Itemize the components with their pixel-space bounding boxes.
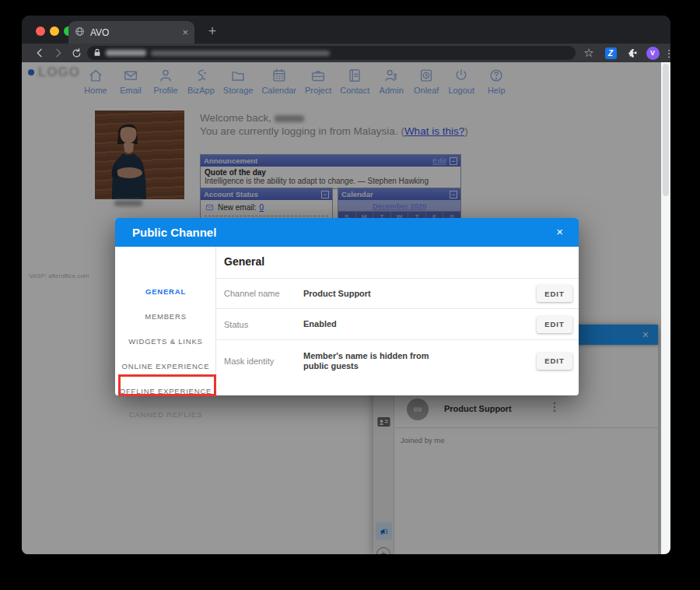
- setting-label: Status: [216, 320, 303, 329]
- modal-header: Public Channel ×: [115, 218, 579, 247]
- edit-status-button[interactable]: EDIT: [537, 316, 572, 333]
- extensions-puzzle-icon[interactable]: [624, 44, 641, 61]
- edit-channel-name-button[interactable]: EDIT: [537, 285, 572, 302]
- modal-close-icon[interactable]: ×: [556, 225, 563, 238]
- annotation-highlight-box: [118, 374, 216, 396]
- tab-canned-replies[interactable]: CANNED REPLIES: [115, 402, 216, 426]
- tab-widgets-links[interactable]: WIDGETS & LINKS: [115, 329, 216, 353]
- setting-label: Mask identity: [216, 356, 303, 366]
- page-viewport: LOGO Home Email Profile BizApp Stora: [22, 62, 661, 554]
- setting-value: Product Support: [303, 289, 456, 299]
- modal-content: General Channel name Product Support EDI…: [216, 247, 579, 395]
- new-tab-button[interactable]: +: [202, 22, 222, 42]
- forward-icon[interactable]: [50, 44, 67, 61]
- setting-row-mask-identity: Mask identity Member's name is hidden fr…: [216, 339, 579, 381]
- browser-window: AVO × + ☆ Z V ⋮: [22, 16, 670, 554]
- tab-title: AVO: [90, 27, 177, 38]
- setting-row-status: Status Enabled EDIT: [216, 308, 579, 339]
- public-channel-modal: Public Channel × GENERAL MEMBERS WIDGETS…: [115, 218, 579, 395]
- tab-members[interactable]: MEMBERS: [115, 304, 216, 328]
- extension-badge-icon[interactable]: Z: [602, 44, 619, 61]
- edit-mask-identity-button[interactable]: EDIT: [537, 353, 572, 370]
- profile-avatar[interactable]: V: [644, 44, 661, 61]
- section-heading: General: [224, 255, 264, 268]
- padlock-icon: [93, 46, 101, 60]
- address-bar[interactable]: [87, 46, 576, 60]
- page-scrollbar[interactable]: [661, 62, 670, 554]
- url-redacted-segment: [151, 51, 330, 56]
- globe-favicon-icon: [75, 26, 85, 40]
- setting-value: Member's name is hidden from public gues…: [303, 351, 456, 371]
- setting-value: Enabled: [303, 319, 456, 329]
- scrollbar-thumb[interactable]: [663, 64, 669, 196]
- traffic-light-close[interactable]: [36, 26, 45, 36]
- tab-close-icon[interactable]: ×: [182, 26, 188, 38]
- back-icon[interactable]: [31, 44, 48, 61]
- tab-strip: AVO × +: [22, 16, 670, 44]
- browser-menu-icon[interactable]: ⋮: [660, 44, 670, 61]
- browser-tab[interactable]: AVO ×: [68, 21, 194, 44]
- bookmark-star-icon[interactable]: ☆: [580, 44, 597, 61]
- url-redacted-segment: [106, 50, 146, 56]
- tab-general[interactable]: GENERAL: [115, 279, 216, 303]
- setting-row-channel-name: Channel name Product Support EDIT: [216, 278, 579, 308]
- setting-label: Channel name: [216, 289, 303, 298]
- modal-tab-list: GENERAL MEMBERS WIDGETS & LINKS ONLINE E…: [115, 247, 216, 395]
- reload-icon[interactable]: [68, 44, 85, 61]
- traffic-light-minimize[interactable]: [50, 26, 59, 36]
- modal-title: Public Channel: [132, 226, 216, 239]
- browser-toolbar: ☆ Z V ⋮: [22, 44, 670, 62]
